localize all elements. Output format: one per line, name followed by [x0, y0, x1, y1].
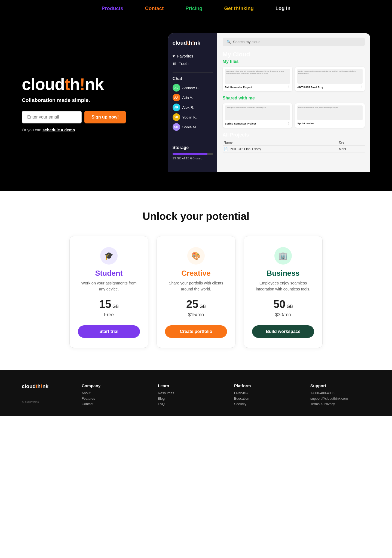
footer-col-learn: LearnResourcesBlogFAQ [158, 383, 218, 408]
shared-files-cards: Lorem ipsum dolor sit amet, consectetur … [223, 103, 365, 128]
sidebar-favorites[interactable]: ♥ Favorites [173, 54, 213, 58]
pricing-cards: 🎓 Student Work on your assignments from … [16, 236, 376, 348]
col-name: Name [223, 140, 338, 146]
member-name: Ada A. [182, 96, 193, 100]
footer-col-title: Support [310, 383, 370, 388]
shared-preview-2: Lorem ipsum dolor sit amet, consectetur … [297, 105, 363, 120]
project-created-cell: Mani [338, 146, 365, 153]
file-card-1: Lorem ipsum dolor sit amet, consectetur … [223, 67, 292, 91]
file-label-2: ANTH 365 Final Proj ⋮ [297, 85, 363, 89]
pricing-section: Unlock your potential 🎓 Student Work on … [0, 191, 392, 370]
storage-text: 13 GB of 15 GB used [173, 157, 213, 160]
hero-left: cloudth!nk Collaboration made simple. Si… [22, 76, 168, 132]
plan-card-business: 🏢 Business Employees enjoy seamless inte… [244, 236, 323, 348]
favorites-icon: ♥ [173, 54, 175, 58]
plan-desc-student: Work on your assignments from any device… [78, 280, 140, 292]
plan-icon-creative: 🎨 [187, 247, 205, 265]
file-preview-1: Lorem ipsum dolor sit amet, consectetur … [225, 69, 290, 84]
cloud-title: My Cloud [223, 51, 365, 58]
mockup-sidebar: cloudth!nk ♥ Favorites 🗑 Trash Chat AL A… [168, 33, 217, 172]
footer-link[interactable]: About [82, 391, 142, 395]
chat-member[interactable]: SM Sonia M. [173, 123, 213, 131]
file-preview-2: Aentur excepteur sint occaecat cupidatat… [297, 69, 363, 84]
footer-col-title: Learn [158, 383, 218, 388]
shared-label-1: Spring Semester Project ⋮ [225, 122, 290, 125]
footer-link[interactable]: Contact [82, 402, 142, 406]
chat-member[interactable]: AL Andrew L. [173, 84, 213, 92]
footer-link[interactable]: FAQ [158, 402, 218, 406]
plan-btn-business[interactable]: Build workspace [252, 325, 314, 338]
plan-price-creative: $15/mo [188, 312, 204, 318]
table-row: 📄 PHIL 312 Final Essay Mani [223, 146, 365, 153]
nav-pricing[interactable]: Pricing [185, 5, 202, 11]
plan-card-creative: 🎨 Creative Share your portfolio with cli… [157, 236, 235, 348]
file-menu-2[interactable]: ⋮ [360, 85, 363, 89]
search-bar[interactable]: 🔍 Search my cloud [223, 38, 365, 46]
nav-products[interactable]: Products [102, 5, 123, 11]
chat-member[interactable]: AA Ada A. [173, 94, 213, 101]
email-input[interactable] [22, 111, 82, 123]
app-mockup: cloudth!nk ♥ Favorites 🗑 Trash Chat AL A… [168, 33, 370, 175]
signup-button[interactable]: Sign up now! [84, 111, 126, 123]
shared-menu-1[interactable]: ⋮ [287, 122, 290, 125]
plan-btn-creative[interactable]: Create portfolio [165, 325, 227, 338]
plan-storage-creative: 25 GB [186, 298, 206, 310]
footer: cloudth!nk © cloudthink CompanyAboutFeat… [0, 370, 392, 416]
storage-bar-bg [173, 153, 213, 155]
pricing-title: Unlock your potential [16, 210, 376, 222]
footer-col-company: CompanyAboutFeaturesContact [82, 383, 142, 408]
plan-btn-student[interactable]: Start trial [78, 325, 140, 338]
my-files-label: My files [223, 59, 365, 64]
footer-link[interactable]: Features [82, 397, 142, 401]
footer-col-platform: PlatformOverviewEducationSecurity [234, 383, 294, 408]
member-name: Alex R. [182, 105, 194, 110]
chat-member[interactable]: AR Alex R. [173, 104, 213, 111]
shared-label: Shared with me [223, 96, 365, 101]
storage-label: Storage [173, 145, 213, 150]
mockup-shell: cloudth!nk ♥ Favorites 🗑 Trash Chat AL A… [168, 33, 370, 172]
shared-label-2: Sprint review [297, 122, 363, 125]
footer-link[interactable]: Blog [158, 397, 218, 401]
shared-card-2: Lorem ipsum dolor sit amet, consectetur … [295, 103, 365, 128]
plan-icon-student: 🎓 [100, 247, 118, 265]
footer-link[interactable]: 1-800-400-4006 [310, 391, 370, 395]
projects-table: Name Cre 📄 PHIL 312 Final Essay Mani [223, 140, 365, 153]
trash-label: Trash [179, 61, 189, 66]
storage-bar-fill [173, 153, 208, 155]
plan-icon-business: 🏢 [274, 247, 292, 265]
footer-col-title: Platform [234, 383, 294, 388]
search-placeholder-text: Search my cloud [233, 40, 261, 44]
footer-link[interactable]: Resources [158, 391, 218, 395]
member-avatar: SM [173, 123, 180, 131]
nav-thinking[interactable]: Get th!nking [224, 5, 254, 11]
footer-brand: cloudth!nk © cloudthink [22, 383, 65, 408]
member-name: Sonia M. [182, 125, 197, 129]
nav-login[interactable]: Log in [275, 5, 290, 11]
file-card-2: Aentur excepteur sint occaecat cupidatat… [295, 67, 365, 91]
chat-member[interactable]: YK Yoojin K. [173, 113, 213, 121]
chat-section-label: Chat [173, 76, 213, 81]
footer-link[interactable]: support@cloudthink.com [310, 397, 370, 401]
schedule-demo-link[interactable]: schedule a demo [42, 128, 75, 132]
plan-name-business: Business [267, 269, 300, 278]
sidebar-trash[interactable]: 🗑 Trash [173, 61, 213, 66]
footer-link[interactable]: Security [234, 402, 294, 406]
member-avatar: AA [173, 94, 180, 101]
nav-contact[interactable]: Contact [145, 5, 164, 11]
footer-link[interactable]: Education [234, 397, 294, 401]
plan-price-student: Free [104, 312, 114, 318]
all-projects: All Projects Name Cre 📄 [223, 132, 365, 153]
my-files-cards: Lorem ipsum dolor sit amet, consectetur … [223, 67, 365, 91]
footer-link[interactable]: Overview [234, 391, 294, 395]
favorites-label: Favorites [177, 54, 193, 58]
plan-name-creative: Creative [181, 269, 210, 278]
footer-logo: cloudth!nk [22, 383, 65, 389]
hero-section: cloudth!nk Collaboration made simple. Si… [0, 17, 392, 191]
search-icon: 🔍 [226, 40, 231, 44]
file-menu-1[interactable]: ⋮ [287, 85, 290, 89]
footer-link[interactable]: Terms & Privacy [310, 402, 370, 406]
footer-col-support: Support1-800-400-4006support@cloudthink.… [310, 383, 370, 408]
plan-storage-business: 50 GB [273, 298, 293, 310]
member-avatar: YK [173, 113, 180, 121]
hero-form: Sign up now! [22, 111, 168, 123]
